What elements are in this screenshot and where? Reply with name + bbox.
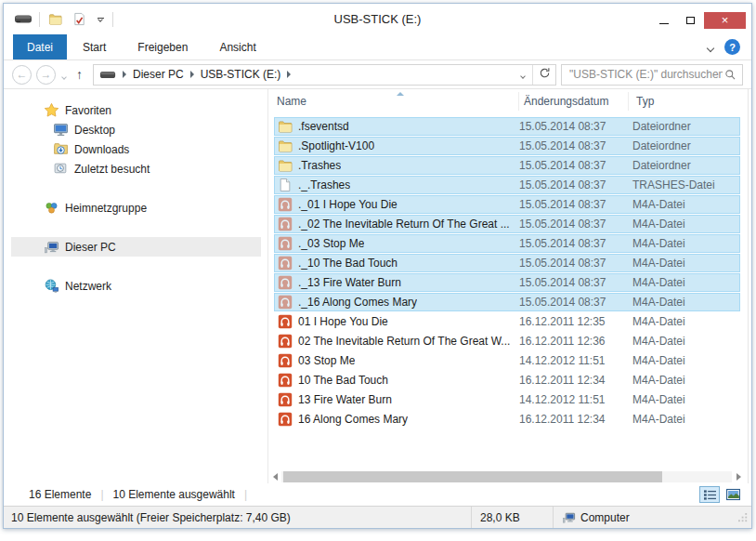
help-button[interactable]: ? bbox=[724, 39, 740, 55]
file-name-cell: ._13 Fire Water Burn bbox=[278, 275, 515, 290]
horizontal-scrollbar[interactable] bbox=[268, 470, 745, 483]
desktop-icon bbox=[53, 122, 69, 138]
file-name-cell: 16 Along Comes Mary bbox=[278, 412, 515, 427]
table-row[interactable]: 16 Along Comes Mary16.12.2011 12:34M4A-D… bbox=[274, 410, 740, 429]
refresh-icon bbox=[539, 67, 551, 79]
scroll-left-button[interactable] bbox=[268, 470, 281, 483]
maximize-icon bbox=[686, 17, 695, 24]
folder-icon bbox=[278, 158, 293, 173]
back-arrow-icon: ← bbox=[17, 69, 28, 80]
table-row[interactable]: ._03 Stop Me15.05.2014 08:37M4A-Datei bbox=[274, 234, 740, 253]
table-row[interactable]: .Spotlight-V10015.05.2014 08:37Dateiordn… bbox=[274, 137, 740, 155]
file-type: M4A-Datei bbox=[625, 413, 739, 426]
ribbon-collapse-button[interactable] bbox=[708, 40, 713, 54]
table-row[interactable]: ._13 Fire Water Burn15.05.2014 08:37M4A-… bbox=[274, 273, 740, 292]
file-date: 15.05.2014 08:37 bbox=[515, 237, 625, 250]
scroll-right-button[interactable] bbox=[732, 470, 745, 483]
search-input[interactable] bbox=[567, 67, 724, 82]
selection-summary: 10 Elemente ausgewählt (Freier Speicherp… bbox=[4, 511, 471, 524]
quick-access-toolbar bbox=[4, 11, 113, 28]
table-row[interactable]: 03 Stop Me14.12.2012 11:51M4A-Datei bbox=[274, 351, 740, 370]
breadcrumb[interactable]: Dieser PC USB-STICK (E:) bbox=[93, 64, 556, 86]
sidebar-item-label: Downloads bbox=[74, 143, 129, 156]
audio-file-icon bbox=[278, 373, 293, 388]
file-type: TRASHES-Datei bbox=[625, 178, 739, 191]
table-row[interactable]: ._10 The Bad Touch15.05.2014 08:37M4A-Da… bbox=[274, 254, 740, 272]
file-name: .Spotlight-V100 bbox=[298, 139, 374, 152]
file-name: ._03 Stop Me bbox=[298, 237, 364, 250]
search-icon[interactable] bbox=[724, 69, 736, 81]
audio-file-icon bbox=[278, 334, 293, 349]
sidebar-item-dieser-pc[interactable]: Dieser PC bbox=[11, 237, 261, 257]
file-name-cell: 10 The Bad Touch bbox=[278, 373, 515, 388]
file-name-cell: .Trashes bbox=[278, 158, 515, 173]
audio-file-icon bbox=[278, 256, 293, 270]
sidebar-item-downloads[interactable]: Downloads bbox=[11, 139, 261, 159]
table-row[interactable]: ._16 Along Comes Mary15.05.2014 08:37M4A… bbox=[274, 293, 740, 311]
scrollbar-thumb[interactable] bbox=[283, 471, 662, 482]
file-name: 16 Along Comes Mary bbox=[298, 413, 408, 426]
status-bar: 16 Elemente | 10 Elemente ausgewählt | bbox=[4, 483, 751, 506]
close-button[interactable]: × bbox=[704, 12, 746, 29]
file-table: .fseventsd15.05.2014 08:37Dateiordner.Sp… bbox=[268, 113, 748, 429]
usb-drive-icon bbox=[99, 70, 116, 80]
audio-file-icon bbox=[278, 236, 293, 251]
recent-locations-dropdown[interactable] bbox=[62, 68, 66, 82]
back-button[interactable]: ← bbox=[12, 65, 32, 85]
sidebar-item-favoriten[interactable]: Favoriten bbox=[11, 100, 261, 120]
column-header-date[interactable]: Änderungsdatum bbox=[519, 92, 629, 111]
sidebar-item-netzwerk[interactable]: Netzwerk bbox=[11, 276, 261, 296]
qat-customize-dropdown[interactable] bbox=[94, 11, 107, 28]
file-type: M4A-Datei bbox=[625, 393, 739, 406]
classic-status-bar: 10 Elemente ausgewählt (Freier Speicherp… bbox=[4, 506, 751, 528]
file-type: Dateiordner bbox=[625, 139, 739, 152]
table-row[interactable]: 10 The Bad Touch16.12.2011 12:34M4A-Date… bbox=[274, 371, 740, 389]
address-dropdown-button[interactable] bbox=[514, 68, 532, 81]
minimize-button[interactable] bbox=[650, 12, 677, 29]
sidebar-item-desktop[interactable]: Desktop bbox=[11, 120, 261, 139]
search-box[interactable] bbox=[561, 64, 743, 86]
table-row[interactable]: ._01 I Hope You Die15.05.2014 08:37M4A-D… bbox=[274, 195, 740, 214]
tab-freigeben[interactable]: Freigeben bbox=[122, 34, 203, 59]
table-row[interactable]: 02 The Inevitable Return Of The Great W.… bbox=[274, 332, 740, 350]
details-view-button[interactable] bbox=[699, 486, 720, 503]
tab-start[interactable]: Start bbox=[67, 34, 122, 59]
resize-grip[interactable] bbox=[738, 513, 749, 526]
file-type: M4A-Datei bbox=[625, 198, 739, 211]
table-row[interactable]: .Trashes15.05.2014 08:37Dateiordner bbox=[274, 156, 740, 175]
forward-arrow-icon: → bbox=[41, 69, 52, 80]
refresh-button[interactable] bbox=[539, 67, 551, 82]
table-row[interactable]: ._.Trashes15.05.2014 08:37TRASHES-Datei bbox=[274, 176, 740, 194]
tab-datei[interactable]: Datei bbox=[13, 34, 67, 59]
breadcrumb-item-usb-stick[interactable]: USB-STICK (E:) bbox=[197, 68, 285, 81]
scrollbar-track[interactable] bbox=[281, 471, 732, 482]
file-date: 15.05.2014 08:37 bbox=[515, 276, 625, 289]
table-row[interactable]: 13 Fire Water Burn14.12.2012 11:51M4A-Da… bbox=[274, 390, 740, 409]
breadcrumb-item-dieser-pc[interactable]: Dieser PC bbox=[129, 68, 188, 81]
file-date: 14.12.2012 11:51 bbox=[515, 393, 625, 406]
table-row[interactable]: .fseventsd15.05.2014 08:37Dateiordner bbox=[274, 117, 740, 136]
forward-button[interactable]: → bbox=[36, 65, 56, 85]
audio-file-icon bbox=[278, 217, 293, 231]
chevron-down-icon bbox=[61, 74, 67, 80]
table-row[interactable]: ._02 The Inevitable Return Of The Great … bbox=[274, 215, 740, 233]
sidebar-item-heimnetzgruppe[interactable]: Heimnetzgruppe bbox=[11, 198, 261, 218]
table-row[interactable]: 01 I Hope You Die16.12.2011 12:35M4A-Dat… bbox=[274, 312, 740, 331]
tab-ansicht[interactable]: Ansicht bbox=[203, 34, 271, 59]
column-header-name[interactable]: Name bbox=[268, 92, 519, 111]
audio-file-icon bbox=[278, 353, 293, 368]
sidebar-item-zuletzt-besucht[interactable]: Zuletzt besucht bbox=[11, 159, 261, 178]
sidebar-item-label: Heimnetzgruppe bbox=[65, 202, 147, 215]
column-header-type[interactable]: Typ bbox=[629, 92, 748, 111]
qat-properties-button[interactable] bbox=[70, 11, 88, 28]
explorer-window: USB-STICK (E:) × Datei Start Freigeben A… bbox=[3, 3, 752, 529]
close-icon: × bbox=[722, 12, 729, 29]
file-type: M4A-Datei bbox=[625, 257, 739, 270]
maximize-button[interactable] bbox=[677, 12, 704, 29]
thumbnail-view-button[interactable] bbox=[723, 486, 743, 503]
up-button[interactable]: ↑ bbox=[76, 67, 83, 82]
qat-folder-button[interactable] bbox=[46, 11, 64, 28]
item-count: 16 Elemente bbox=[29, 488, 91, 501]
file-name-cell: 02 The Inevitable Return Of The Great W.… bbox=[278, 334, 515, 349]
sidebar-item-label: Dieser PC bbox=[65, 241, 116, 254]
